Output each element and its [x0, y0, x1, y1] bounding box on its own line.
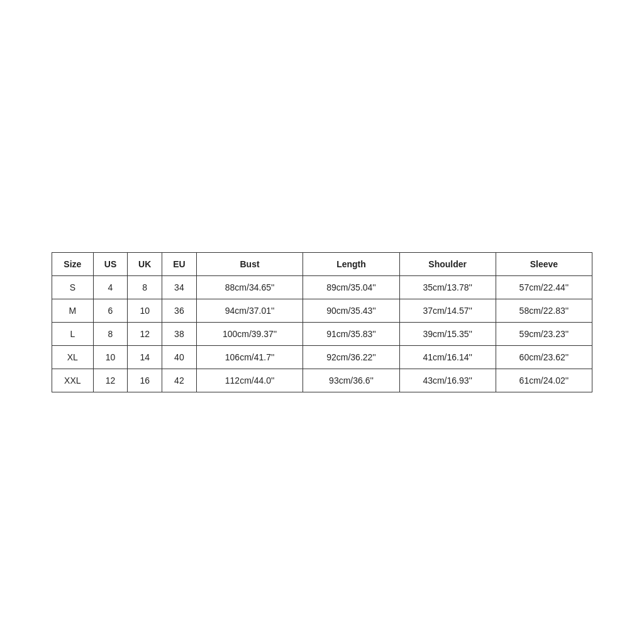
header-length: Length — [303, 252, 399, 275]
header-eu: EU — [162, 252, 197, 275]
cell-uk-2: 12 — [128, 322, 162, 345]
table-header-row: Size US UK EU Bust Length Shoulder Sleev… — [52, 252, 592, 275]
cell-sleeve-4: 61cm/24.02'' — [496, 369, 592, 392]
header-us: US — [93, 252, 128, 275]
size-chart-container: Size US UK EU Bust Length Shoulder Sleev… — [52, 252, 592, 392]
cell-uk-1: 10 — [128, 299, 162, 322]
cell-shoulder-2: 39cm/15.35'' — [399, 322, 496, 345]
header-bust: Bust — [196, 252, 303, 275]
cell-sleeve-0: 57cm/22.44'' — [496, 275, 592, 299]
cell-size-3: XL — [52, 345, 94, 369]
cell-shoulder-1: 37cm/14.57'' — [399, 299, 496, 322]
cell-bust-4: 112cm/44.0'' — [196, 369, 303, 392]
cell-size-0: S — [52, 275, 94, 299]
header-size: Size — [52, 252, 94, 275]
cell-bust-2: 100cm/39.37'' — [196, 322, 303, 345]
cell-eu-3: 40 — [162, 345, 197, 369]
cell-eu-2: 38 — [162, 322, 197, 345]
cell-us-2: 8 — [93, 322, 128, 345]
header-uk: UK — [128, 252, 162, 275]
cell-sleeve-1: 58cm/22.83'' — [496, 299, 592, 322]
cell-length-4: 93cm/36.6'' — [303, 369, 399, 392]
cell-size-4: XXL — [52, 369, 94, 392]
size-chart-table: Size US UK EU Bust Length Shoulder Sleev… — [52, 252, 592, 392]
table-row: L81238100cm/39.37''91cm/35.83''39cm/15.3… — [52, 322, 592, 345]
cell-length-0: 89cm/35.04'' — [303, 275, 399, 299]
table-row: XXL121642112cm/44.0''93cm/36.6''43cm/16.… — [52, 369, 592, 392]
cell-shoulder-4: 43cm/16.93'' — [399, 369, 496, 392]
header-sleeve: Sleeve — [496, 252, 592, 275]
header-shoulder: Shoulder — [399, 252, 496, 275]
cell-uk-4: 16 — [128, 369, 162, 392]
cell-us-1: 6 — [93, 299, 128, 322]
cell-eu-0: 34 — [162, 275, 197, 299]
cell-sleeve-2: 59cm/23.23'' — [496, 322, 592, 345]
cell-bust-3: 106cm/41.7'' — [196, 345, 303, 369]
cell-eu-1: 36 — [162, 299, 197, 322]
cell-length-2: 91cm/35.83'' — [303, 322, 399, 345]
cell-length-3: 92cm/36.22'' — [303, 345, 399, 369]
cell-bust-1: 94cm/37.01'' — [196, 299, 303, 322]
cell-size-2: L — [52, 322, 94, 345]
table-row: XL101440106cm/41.7''92cm/36.22''41cm/16.… — [52, 345, 592, 369]
cell-size-1: M — [52, 299, 94, 322]
cell-us-0: 4 — [93, 275, 128, 299]
cell-uk-3: 14 — [128, 345, 162, 369]
cell-length-1: 90cm/35.43'' — [303, 299, 399, 322]
cell-shoulder-3: 41cm/16.14'' — [399, 345, 496, 369]
cell-eu-4: 42 — [162, 369, 197, 392]
table-row: S483488cm/34.65''89cm/35.04''35cm/13.78'… — [52, 275, 592, 299]
cell-us-4: 12 — [93, 369, 128, 392]
table-row: M6103694cm/37.01''90cm/35.43''37cm/14.57… — [52, 299, 592, 322]
cell-shoulder-0: 35cm/13.78'' — [399, 275, 496, 299]
cell-uk-0: 8 — [128, 275, 162, 299]
cell-sleeve-3: 60cm/23.62'' — [496, 345, 592, 369]
cell-us-3: 10 — [93, 345, 128, 369]
cell-bust-0: 88cm/34.65'' — [196, 275, 303, 299]
